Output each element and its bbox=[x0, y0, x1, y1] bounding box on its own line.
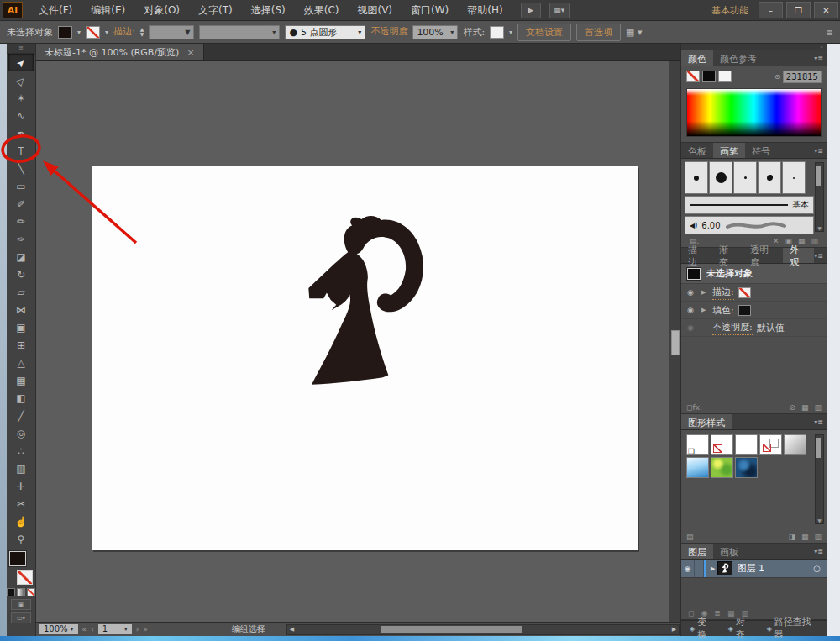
menu-view[interactable]: 视图(V) bbox=[348, 0, 402, 20]
add-new-effect-icon[interactable]: fx. bbox=[692, 403, 701, 412]
tab-symbols[interactable]: 符号 bbox=[745, 143, 777, 158]
tab-layers[interactable]: 图层 bbox=[681, 544, 713, 559]
black-color-swatch[interactable] bbox=[702, 71, 716, 82]
menu-type[interactable]: 文字(T) bbox=[189, 0, 242, 20]
tab-close-icon[interactable]: × bbox=[186, 47, 194, 58]
none-button[interactable] bbox=[27, 588, 35, 596]
next-artboard-icon[interactable]: › bbox=[136, 625, 139, 633]
tab-brushes[interactable]: 画笔 bbox=[713, 143, 745, 158]
layer-expand-icon[interactable]: ▶ bbox=[711, 565, 715, 572]
workspace-switcher[interactable]: 基本功能 bbox=[711, 4, 748, 17]
shape-builder-tool[interactable]: ⊞ bbox=[8, 336, 34, 354]
new-style-icon[interactable]: ▦ bbox=[801, 533, 809, 541]
tab-gradient[interactable]: 渐变 bbox=[712, 248, 743, 263]
mesh-tool[interactable]: ▦ bbox=[8, 371, 34, 389]
tab-transform[interactable]: ◈ 变换 bbox=[684, 616, 721, 641]
layer-row[interactable]: ◉ ▶ 图层 1 ○ bbox=[681, 560, 827, 578]
style-dropdown-arrow-icon[interactable]: ▾ bbox=[509, 29, 512, 36]
previous-artboard-icon[interactable]: ‹ bbox=[91, 625, 94, 633]
panel-menu-icon[interactable]: ▾≣ bbox=[814, 55, 827, 62]
opacity-panel-link[interactable]: 不透明度 bbox=[370, 25, 407, 39]
panel-menu-icon[interactable]: ▾≣ bbox=[814, 548, 827, 555]
slice-tool[interactable]: ✂ bbox=[8, 495, 34, 512]
selection-tool[interactable]: ➤ bbox=[8, 54, 34, 71]
screen-mode-button[interactable]: ▭▾ bbox=[11, 612, 31, 623]
delete-style-icon[interactable]: ▥ bbox=[814, 533, 822, 541]
visibility-eye-icon[interactable]: ◉ bbox=[687, 306, 697, 314]
panel-menu-icon[interactable]: ▾≣ bbox=[814, 418, 827, 426]
free-transform-tool[interactable]: ▣ bbox=[8, 318, 34, 336]
expand-arrow-icon[interactable]: ▶ bbox=[701, 289, 708, 296]
menu-window[interactable]: 窗口(W) bbox=[402, 0, 458, 20]
menu-select[interactable]: 选择(S) bbox=[242, 0, 295, 20]
appearance-opacity-row[interactable]: ◉ 不透明度: 默认值 bbox=[681, 319, 827, 337]
direct-selection-tool[interactable]: ▷ bbox=[8, 71, 34, 89]
break-link-style-icon[interactable]: ◨ bbox=[788, 533, 795, 541]
tab-color[interactable]: 颜色 bbox=[681, 50, 713, 66]
fill-dropdown-arrow-icon[interactable]: ▾ bbox=[77, 29, 81, 36]
tab-graphic-styles[interactable]: 图形样式 bbox=[681, 414, 732, 429]
menu-edit[interactable]: 编辑(E) bbox=[81, 0, 134, 20]
graphic-style-swatch[interactable] bbox=[686, 457, 709, 478]
paintbrush-tool[interactable]: ✐ bbox=[8, 195, 34, 213]
artboard-number-field[interactable]: 1▾ bbox=[98, 624, 132, 634]
first-artboard-icon[interactable]: « bbox=[82, 625, 87, 633]
canvas[interactable] bbox=[36, 61, 680, 622]
blend-tool[interactable]: ◎ bbox=[8, 424, 34, 442]
opacity-field[interactable]: 100%▾ bbox=[412, 25, 458, 39]
calligraphic-brush-row[interactable]: ◀) 6.00 bbox=[685, 216, 814, 234]
stroke-color-swatch[interactable] bbox=[86, 26, 100, 39]
graphic-style-swatch[interactable] bbox=[686, 434, 709, 455]
minimize-button[interactable]: – bbox=[759, 2, 783, 18]
tab-align[interactable]: ◈ 对齐 bbox=[722, 616, 759, 641]
graphic-style-swatch[interactable] bbox=[735, 434, 758, 455]
toolbar-collapse-icon[interactable]: ≡ bbox=[7, 44, 35, 54]
layer-thumbnail[interactable] bbox=[717, 561, 732, 575]
symbol-sprayer-tool[interactable]: ∴ bbox=[8, 442, 34, 460]
close-button[interactable]: ✕ bbox=[814, 2, 838, 18]
document-setup-button[interactable]: 文档设置 bbox=[517, 24, 571, 41]
goat-logo-artwork[interactable] bbox=[299, 213, 433, 402]
duplicate-item-icon[interactable]: ▦ bbox=[801, 403, 809, 412]
fill-stroke-indicator[interactable] bbox=[8, 550, 34, 586]
type-tool[interactable]: T bbox=[8, 142, 34, 160]
menu-effect[interactable]: 效果(C) bbox=[295, 0, 349, 20]
zoom-level-field[interactable]: 100%▾ bbox=[39, 624, 78, 634]
brush-swatch[interactable] bbox=[685, 161, 708, 194]
lasso-tool[interactable]: ∿ bbox=[8, 107, 34, 124]
visibility-eye-icon[interactable]: ◉ bbox=[687, 288, 697, 297]
column-graph-tool[interactable]: ▥ bbox=[8, 460, 34, 477]
hand-tool[interactable]: ☝ bbox=[8, 512, 34, 530]
stroke-panel-link[interactable]: 描边: bbox=[113, 25, 135, 39]
delete-item-icon[interactable]: ▥ bbox=[814, 403, 822, 412]
brushes-scrollbar[interactable]: ▼ bbox=[815, 162, 824, 232]
layer-lock-cell[interactable] bbox=[695, 560, 704, 577]
horizontal-scrollbar[interactable]: ◀ ▶ bbox=[286, 624, 680, 635]
style-libraries-icon[interactable]: ▤. bbox=[686, 533, 696, 541]
horizontal-scrollbar-thumb[interactable] bbox=[381, 626, 522, 633]
magic-wand-tool[interactable]: ✶ bbox=[8, 89, 34, 107]
zoom-tool[interactable]: ⚲ bbox=[8, 530, 34, 548]
menu-file[interactable]: 文件(F) bbox=[29, 0, 81, 20]
delete-brush-icon[interactable]: ▥ bbox=[811, 237, 818, 245]
brush-preset-dropdown[interactable]: ● 5 点圆形 ▾ bbox=[285, 25, 365, 39]
menu-object[interactable]: 对象(O) bbox=[134, 0, 189, 20]
brush-swatch[interactable] bbox=[758, 161, 781, 194]
line-segment-tool[interactable]: ╲ bbox=[8, 160, 34, 177]
fill-swatch-indicator[interactable] bbox=[9, 551, 26, 566]
panel-menu-icon[interactable]: ▾≣ bbox=[814, 147, 827, 155]
layer-name[interactable]: 图层 1 bbox=[737, 562, 813, 575]
fill-color-swatch[interactable] bbox=[58, 26, 72, 39]
stroke-row-label[interactable]: 描边: bbox=[712, 286, 734, 300]
dock-collapse-icon[interactable]: » bbox=[681, 44, 827, 50]
graphic-style-swatch[interactable] bbox=[735, 457, 758, 478]
fill-black-swatch[interactable] bbox=[738, 305, 751, 316]
graphic-style-swatch[interactable] bbox=[784, 434, 806, 455]
color-spectrum[interactable] bbox=[686, 88, 822, 137]
pencil-tool[interactable]: ✏ bbox=[8, 213, 34, 230]
pen-tool[interactable]: ✒ bbox=[8, 124, 34, 142]
control-panel-menu-icon[interactable]: ≣ bbox=[827, 28, 833, 37]
appearance-fill-row[interactable]: ◉ ▶ 填色: bbox=[681, 302, 827, 319]
artboard[interactable] bbox=[92, 166, 638, 550]
basic-brush-row[interactable]: 基本 bbox=[685, 196, 814, 214]
